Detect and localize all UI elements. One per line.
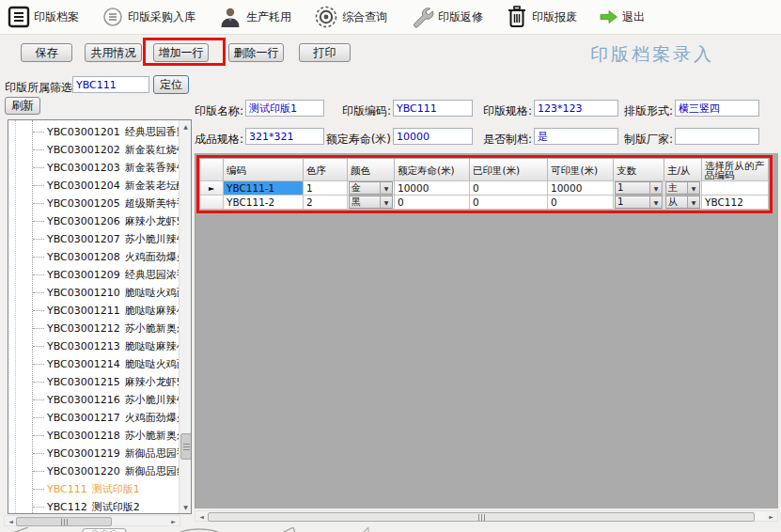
tree-item[interactable]: YBC03001207 苏小脆川辣牛肉5	[8, 230, 179, 248]
chevron-down-icon[interactable]: ▼	[380, 182, 392, 194]
tree-item[interactable]: YBC03001201 经典思园香辣牛肉面	[8, 123, 179, 141]
printed-meters-cell[interactable]: 0	[470, 196, 548, 210]
tree-item[interactable]: YBC03001219 新御品思园香辣牛	[8, 445, 179, 462]
chevron-down-icon[interactable]: ▼	[380, 196, 392, 208]
table-column-header[interactable]: 颜色	[348, 159, 395, 181]
tree-item[interactable]: YBC03001213 脆哒哒麻辣小龙虾	[8, 337, 179, 355]
tree-branch-line	[33, 364, 44, 365]
tree-item[interactable]: YBC03001214 脆哒哒火鸡面55g	[8, 355, 179, 373]
from-product-code-cell[interactable]	[702, 181, 769, 196]
scroll-left-button[interactable]: ◄	[195, 511, 208, 521]
product-spec-input[interactable]	[245, 128, 324, 145]
color-combobox[interactable]: 黑▼	[349, 196, 393, 209]
row-selector-cell[interactable]: ►	[200, 196, 224, 210]
table-column-header[interactable]: 编码	[224, 159, 304, 181]
toolbar-item-plate-archive[interactable]: 印版档案	[8, 6, 79, 28]
scrollbar-thumb[interactable]	[208, 512, 755, 522]
chevron-down-icon[interactable]: ▼	[687, 182, 699, 194]
tree-item[interactable]: YBC03001211 脆哒哒麻辣小龙虾	[8, 302, 179, 320]
color-cell[interactable]: 黑▼	[348, 196, 395, 210]
color-combobox[interactable]: 金▼	[349, 181, 393, 195]
toolbar-item-exit[interactable]: 退出	[600, 9, 645, 25]
master-slave-combobox[interactable]: 从▼	[665, 196, 700, 209]
delete-row-button[interactable]: 删除一行	[228, 43, 284, 62]
chevron-down-icon[interactable]: ▼	[687, 196, 699, 208]
tree-item[interactable]: YBC03001206 麻辣小龙虾55g	[8, 212, 179, 230]
rated-life-cell[interactable]: 0	[395, 196, 470, 210]
toolbar-item-production-consumption[interactable]: 生产耗用	[218, 5, 291, 29]
master-slave-cell[interactable]: 主▼	[664, 181, 702, 196]
tree-item[interactable]: YBC111 测试印版1	[8, 480, 179, 498]
locate-button[interactable]: 定位	[153, 75, 189, 94]
refresh-button[interactable]: 刷新	[5, 97, 40, 115]
plate-maker-input[interactable]	[675, 128, 759, 145]
count-combobox[interactable]: 1▼	[615, 181, 663, 195]
table-column-header[interactable]: 色序	[304, 159, 348, 181]
scroll-up-button[interactable]: ▲	[180, 120, 192, 133]
scroll-right-button[interactable]: ►	[765, 511, 777, 521]
rated-life-input[interactable]	[393, 128, 473, 145]
table-column-header[interactable]: 支数	[614, 159, 664, 181]
chevron-down-icon[interactable]: ▼	[649, 182, 662, 194]
toolbar-item-plate-scrap[interactable]: 印版报废	[506, 5, 577, 29]
plate-filter-input[interactable]	[72, 76, 149, 93]
printable-meters-cell[interactable]: 0	[548, 196, 614, 210]
tree-item[interactable]: YBC03001220 新御品思园红烧牛	[8, 462, 179, 480]
toolbar-item-plate-purchase[interactable]: 印版采购入库	[102, 6, 195, 28]
tree-item[interactable]: YBC03001205 超级斯美特香牛	[8, 195, 179, 212]
toolbar-item-plate-repair[interactable]: 印版返修	[410, 5, 483, 29]
table-column-header[interactable]: 主/从	[664, 159, 702, 181]
tree-item-name: 新御品思园红烧牛	[125, 464, 179, 478]
tree-item[interactable]: YBC03001202 新金装红烧牛肉面	[8, 141, 179, 159]
plate-name-input[interactable]	[245, 100, 324, 117]
color-order-cell[interactable]: 1	[304, 181, 348, 196]
save-button[interactable]: 保存	[21, 43, 72, 62]
toolbar-item-comprehensive-query[interactable]: 综合查询	[314, 5, 387, 29]
tree-item[interactable]: YBC03001209 经典思园浓香排骨	[8, 266, 179, 284]
printable-meters-cell[interactable]: 10000	[548, 181, 614, 196]
table-column-header[interactable]: 额定寿命(米)	[395, 159, 470, 181]
main-horizontal-scrollbar[interactable]: ◄ ►	[195, 510, 778, 522]
plate-code-input[interactable]	[393, 100, 473, 117]
tree-item[interactable]: YBC03001216 苏小脆川辣牛肉5	[8, 391, 179, 409]
table-column-header[interactable]: 选择所从的产品编码	[702, 159, 769, 181]
table-column-header[interactable]: 已印里(米)	[470, 159, 548, 181]
master-slave-cell[interactable]: 从▼	[664, 196, 702, 210]
color-order-cell[interactable]: 2	[304, 196, 348, 210]
tree-item-code: YBC111	[47, 483, 87, 495]
printed-meters-cell[interactable]: 0	[470, 181, 548, 196]
table-row[interactable]: ► YBC111-2 2 黑▼ 0 0 0 1▼ 从▼ YBC112	[200, 196, 769, 210]
rated-life-cell[interactable]: 10000	[395, 181, 470, 196]
tree-item[interactable]: YBC03001217 火鸡面劲爆火鸡5	[8, 409, 179, 427]
tree-item[interactable]: YBC03001208 火鸡面劲爆火鸡5	[8, 248, 179, 266]
color-cell[interactable]: 金▼	[348, 181, 395, 196]
master-slave-combobox[interactable]: 主▼	[665, 181, 700, 195]
shared-usage-button[interactable]: 共用情况	[85, 43, 142, 62]
tree-item[interactable]: YBC03001215 麻辣小龙虾55g15	[8, 373, 179, 391]
scroll-down-button[interactable]: ▼	[180, 501, 192, 513]
scrollbar-thumb[interactable]	[180, 433, 192, 460]
tree-item[interactable]: YBC03001203 新金装香辣牛肉面	[8, 159, 179, 177]
tree-vertical-scrollbar[interactable]: ▲ ▼	[179, 120, 191, 513]
print-button[interactable]: 打印	[299, 43, 351, 62]
code-cell[interactable]: YBC111-1	[224, 181, 304, 196]
count-combobox[interactable]: 1▼	[615, 196, 663, 209]
is-archived-input[interactable]	[534, 128, 618, 145]
count-cell[interactable]: 1▼	[614, 181, 664, 196]
row-selector-cell[interactable]: ►	[200, 181, 224, 196]
tree-item[interactable]: YBC03001204 新金装老坛酸菜面	[8, 177, 179, 195]
code-cell[interactable]: YBC111-2	[224, 196, 304, 210]
tree-item[interactable]: YBC112 测试印版2	[8, 498, 179, 514]
table-column-header[interactable]: 可印里(米)	[548, 159, 614, 181]
chevron-down-icon[interactable]: ▼	[649, 196, 662, 208]
tree-item[interactable]: YBC03001212 苏小脆新奥尔良鸡	[8, 320, 179, 337]
from-product-code-cell[interactable]: YBC112	[702, 196, 769, 210]
tree-item[interactable]: YBC03001210 脆哒哒火鸡面55g	[8, 284, 179, 302]
plate-spec-input[interactable]	[534, 100, 618, 117]
tree-item[interactable]: YBC03001218 苏小脆新奥尔良鸡	[8, 427, 179, 445]
table-row[interactable]: ► YBC111-1 1 金▼ 10000 0 10000 1▼ 主▼	[200, 181, 769, 196]
tree-branch-line	[33, 435, 44, 436]
add-row-button[interactable]: 增加一行	[153, 43, 209, 62]
count-cell[interactable]: 1▼	[614, 196, 664, 210]
layout-form-input[interactable]	[675, 100, 759, 117]
